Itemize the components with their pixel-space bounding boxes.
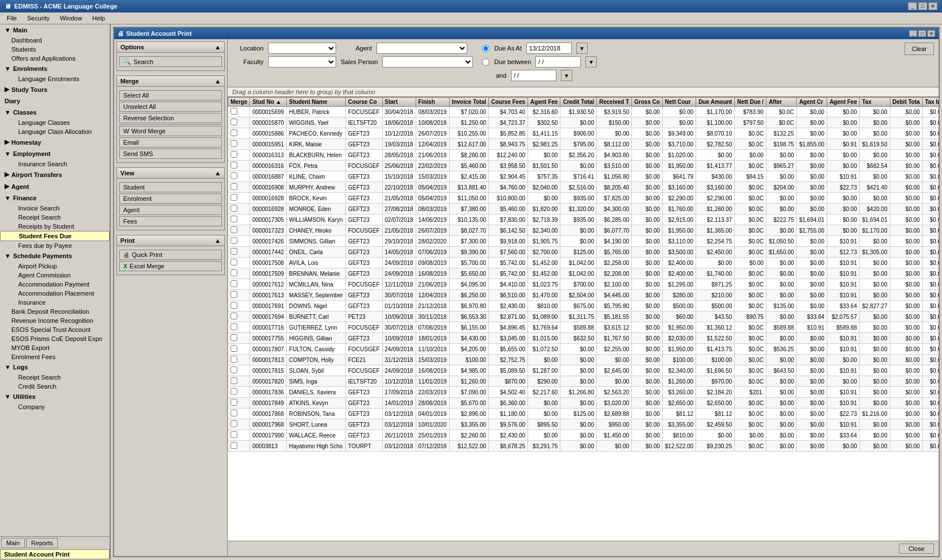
sidebar-item-language-classes[interactable]: Language Classes xyxy=(0,118,110,127)
menu-file[interactable]: File xyxy=(2,14,22,23)
due-as-at-calendar-btn[interactable]: ▼ xyxy=(576,43,588,54)
row-checkbox[interactable] xyxy=(231,334,237,341)
search-button[interactable]: 🔍 Search xyxy=(119,56,222,67)
th-merge[interactable]: Merge xyxy=(228,98,250,107)
sidebar-item-myob[interactable]: MYOB Export xyxy=(0,343,110,352)
th-debit-tota[interactable]: Debit Tota xyxy=(890,98,922,107)
sidebar-item-accommodation-placement[interactable]: Accommodation Placement xyxy=(0,289,110,298)
reverse-selection-btn[interactable]: Reverse Selection xyxy=(119,113,222,123)
inner-title-controls[interactable]: _ □ ✕ xyxy=(909,30,935,37)
word-merge-btn[interactable]: W Word Merge xyxy=(119,126,222,136)
sidebar-item-bank-deposit[interactable]: Bank Deposit Reconciliation xyxy=(0,307,110,316)
th-agent-fee2[interactable]: Agent Fee xyxy=(827,98,859,107)
view-header[interactable]: View ▲ xyxy=(117,168,224,179)
sidebar-item-receipts-by-student[interactable]: Receipts by Student xyxy=(0,222,110,231)
th-received-t[interactable]: Received T xyxy=(597,98,632,107)
merge-checkbox-cell[interactable] xyxy=(228,214,250,225)
sidebar-item-enrolment-fees[interactable]: Enrolment Fees xyxy=(0,352,110,361)
row-checkbox[interactable] xyxy=(231,420,237,427)
row-checkbox[interactable] xyxy=(231,259,237,266)
row-checkbox[interactable] xyxy=(231,280,237,287)
sidebar-section-utilities[interactable]: ▼ Utilities xyxy=(0,391,110,402)
merge-checkbox-cell[interactable] xyxy=(228,279,250,290)
sidebar-item-receipt-search[interactable]: Receipt Search xyxy=(0,213,110,222)
merge-checkbox-cell[interactable] xyxy=(228,225,250,236)
sidebar-item-fees-due-by-payee[interactable]: Fees due by Payee xyxy=(0,241,110,250)
options-header[interactable]: Options ▲ xyxy=(117,42,224,53)
sidebar-item-agent-commission[interactable]: Agent Commission xyxy=(0,271,110,280)
sales-person-select[interactable] xyxy=(382,56,473,68)
sidebar-item-insurance-search[interactable]: Insurance Search xyxy=(0,159,110,169)
th-after[interactable]: After xyxy=(766,98,797,107)
sidebar-item-company[interactable]: Company xyxy=(0,402,110,411)
merge-checkbox-cell[interactable] xyxy=(228,150,250,161)
sidebar-item-offers[interactable]: Offers and Applications xyxy=(0,54,110,63)
tab-reports[interactable]: Reports xyxy=(26,538,58,548)
row-checkbox[interactable] xyxy=(231,442,237,449)
email-btn[interactable]: Email xyxy=(119,137,222,148)
close-button[interactable]: Close xyxy=(899,544,934,554)
th-tax-inc[interactable]: Tax Inc xyxy=(922,98,939,107)
merge-checkbox-cell[interactable] xyxy=(228,365,250,376)
location-select[interactable] xyxy=(268,43,336,54)
merge-checkbox-cell[interactable] xyxy=(228,387,250,398)
merge-checkbox-cell[interactable] xyxy=(228,344,250,355)
sidebar-section-homestay[interactable]: ▶ Homestay xyxy=(0,136,110,148)
row-checkbox[interactable] xyxy=(231,323,237,330)
unselect-all-btn[interactable]: Unselect All xyxy=(119,102,222,112)
row-checkbox[interactable] xyxy=(231,119,237,125)
merge-checkbox-cell[interactable] xyxy=(228,161,250,171)
row-checkbox[interactable] xyxy=(231,129,237,136)
clear-button[interactable]: Clear xyxy=(905,43,934,55)
quick-print-btn[interactable]: 🖨 Quick Print xyxy=(119,250,222,260)
sidebar-item-esos-trust[interactable]: ESOS Special Trust Account xyxy=(0,325,110,334)
print-header[interactable]: Print ▲ xyxy=(117,235,224,246)
merge-checkbox-cell[interactable] xyxy=(228,258,250,268)
sidebar-item-revenue-income[interactable]: Revenue Income Recognition xyxy=(0,316,110,325)
merge-checkbox-cell[interactable] xyxy=(228,441,250,452)
th-start[interactable]: Start xyxy=(382,98,416,107)
due-between-from-input[interactable] xyxy=(535,56,581,68)
row-checkbox[interactable] xyxy=(231,151,237,158)
th-invoice-total[interactable]: Invoice Total xyxy=(449,98,488,107)
due-as-at-radio[interactable] xyxy=(482,45,489,52)
sidebar-item-esos-prisms[interactable]: ESOS Prisms CoE Deposit Expo xyxy=(0,334,110,343)
merge-checkbox-cell[interactable] xyxy=(228,333,250,344)
select-all-btn[interactable]: Select All xyxy=(119,90,222,100)
row-checkbox[interactable] xyxy=(231,140,237,147)
sidebar-item-student-fees-due[interactable]: Student Fees Due xyxy=(0,231,110,241)
data-table-container[interactable]: Merge Stud No ▲ Student Name Course Co S… xyxy=(228,97,939,541)
menu-help[interactable]: Help xyxy=(88,14,110,23)
sidebar-section-classes[interactable]: ▼ Classes xyxy=(0,107,110,118)
merge-checkbox-cell[interactable] xyxy=(228,398,250,409)
merge-checkbox-cell[interactable] xyxy=(228,182,250,193)
row-checkbox[interactable] xyxy=(231,377,237,384)
th-course-co[interactable]: Course Co xyxy=(345,98,382,107)
merge-checkbox-cell[interactable] xyxy=(228,268,250,279)
merge-checkbox-cell[interactable] xyxy=(228,193,250,204)
row-checkbox[interactable] xyxy=(231,410,237,416)
th-finish[interactable]: Finish xyxy=(416,98,449,107)
tab-main[interactable]: Main xyxy=(1,538,25,548)
sidebar-section-airport-transfers[interactable]: ▶ Airport Transfers xyxy=(0,169,110,180)
row-checkbox[interactable] xyxy=(231,399,237,406)
sidebar-item-students[interactable]: Students xyxy=(0,45,110,54)
sidebar-item-class-allocation[interactable]: Language Class Allocation xyxy=(0,127,110,136)
menu-window[interactable]: Window xyxy=(55,14,86,23)
merge-checkbox-cell[interactable] xyxy=(228,247,250,258)
row-checkbox[interactable] xyxy=(231,356,237,363)
th-tax[interactable]: Tax xyxy=(860,98,890,107)
merge-checkbox-cell[interactable] xyxy=(228,204,250,214)
maximize-btn[interactable]: □ xyxy=(918,2,927,10)
view-enrolment-btn[interactable]: Enrolment xyxy=(119,193,222,204)
merge-checkbox-cell[interactable] xyxy=(228,171,250,182)
merge-checkbox-cell[interactable] xyxy=(228,311,250,322)
row-checkbox[interactable] xyxy=(231,291,237,298)
faculty-select[interactable] xyxy=(268,56,336,68)
inner-close-btn[interactable]: ✕ xyxy=(927,30,935,37)
sidebar-section-agent[interactable]: ▶ Agent xyxy=(0,180,110,192)
due-between-radio[interactable] xyxy=(482,58,489,66)
sidebar-item-language-enrolments[interactable]: Language Enrolments xyxy=(0,74,110,83)
sidebar-item-insurance[interactable]: Insurance xyxy=(0,298,110,307)
row-checkbox[interactable] xyxy=(231,302,237,309)
